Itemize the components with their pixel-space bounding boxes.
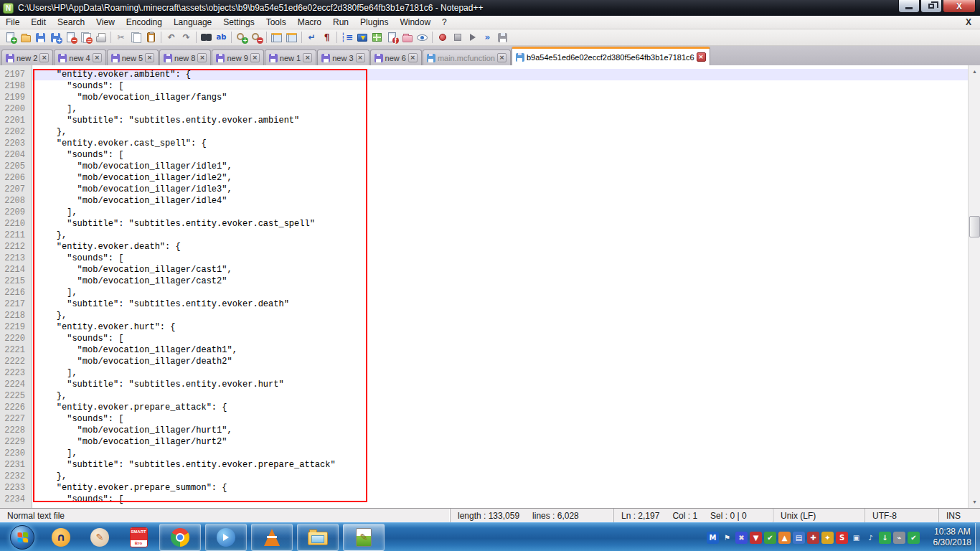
update-ok-tray-icon[interactable]: ✔ bbox=[908, 532, 920, 544]
find-button[interactable] bbox=[199, 30, 214, 44]
close-file-button[interactable]: − bbox=[63, 30, 78, 44]
tab-new-1[interactable]: new 1× bbox=[265, 50, 316, 65]
menu-item-file[interactable]: File bbox=[0, 16, 25, 29]
vlc-taskbar-button[interactable] bbox=[251, 524, 293, 551]
scroll-up-arrow-icon[interactable]: ▲ bbox=[969, 65, 980, 77]
sync-vertical-scrolling-button[interactable] bbox=[269, 30, 284, 44]
playback-macro-button[interactable] bbox=[465, 30, 480, 44]
code-line[interactable]: "subtitle": "subtitles.entity.evoker.amb… bbox=[32, 115, 968, 126]
code-line[interactable]: }, bbox=[32, 471, 968, 482]
code-line[interactable]: "mob/evocation_illager/death2" bbox=[32, 356, 968, 367]
code-line[interactable]: "mob/evocation_illager/idle2", bbox=[32, 172, 968, 184]
restore-button[interactable] bbox=[920, 0, 942, 13]
paste-button[interactable] bbox=[143, 30, 159, 44]
code-line[interactable]: }, bbox=[32, 126, 968, 138]
network-connection-tray-icon[interactable]: ▣ bbox=[850, 532, 862, 544]
download-manager-tray-icon[interactable]: ↓ bbox=[879, 532, 891, 544]
tab-b9a54e51ed6e02eccf2d380f5e64fb3b1e7181c6[interactable]: b9a54e51ed6e02eccf2d380f5e64fb3b1e7181c6… bbox=[512, 47, 710, 65]
security-shield-tray-icon[interactable]: ▼ bbox=[750, 532, 762, 544]
show-desktop-button[interactable] bbox=[975, 523, 980, 551]
replace-button[interactable]: ab bbox=[214, 30, 229, 44]
tab-close-icon[interactable]: × bbox=[39, 53, 49, 62]
menu-item-language[interactable]: Language bbox=[168, 16, 217, 29]
tab-close-icon[interactable]: × bbox=[408, 53, 418, 62]
smart-bro-modem-tray-icon[interactable]: S bbox=[836, 532, 848, 544]
copy-button[interactable] bbox=[128, 30, 143, 44]
tab-new-3[interactable]: new 3× bbox=[317, 50, 369, 65]
gold-security-tray-icon[interactable]: ✦ bbox=[821, 532, 834, 544]
code-line[interactable]: "subtitle": "subtitles.entity.evoker.pre… bbox=[32, 459, 968, 471]
menu-item-tools[interactable]: Tools bbox=[260, 16, 292, 29]
status-eol-format[interactable]: Unix (LF) bbox=[773, 509, 864, 522]
status-encoding[interactable]: UTF-8 bbox=[864, 509, 938, 522]
function-completion-button[interactable] bbox=[354, 30, 369, 44]
tab-new-4[interactable]: new 4× bbox=[54, 50, 105, 65]
code-line[interactable]: "mob/evocation_illager/idle4" bbox=[32, 195, 968, 207]
code-line[interactable]: "sounds": [ bbox=[32, 149, 968, 161]
run-macro-multiple-times-button[interactable]: » bbox=[480, 30, 495, 44]
volume-tray-icon[interactable]: ♪ bbox=[864, 532, 877, 544]
function-list-button[interactable]: ƒ bbox=[385, 30, 400, 44]
close-document-x-button[interactable]: X bbox=[960, 17, 977, 28]
redo-button[interactable]: ↷ bbox=[179, 30, 194, 44]
code-line[interactable]: "mob/evocation_illager/hurt2" bbox=[32, 436, 968, 448]
close-button[interactable]: X bbox=[943, 0, 976, 13]
zoom-out-button[interactable]: − bbox=[249, 30, 264, 44]
vertical-scrollbar[interactable]: ▲ ▼ bbox=[968, 65, 980, 508]
anti-malware-spider-tray-icon[interactable]: ✖ bbox=[735, 532, 748, 544]
windows-media-player-taskbar-button[interactable] bbox=[205, 524, 247, 551]
menu-item-encoding[interactable]: Encoding bbox=[121, 16, 168, 29]
tab-close-icon[interactable]: × bbox=[697, 52, 706, 62]
zoom-in-button[interactable]: + bbox=[234, 30, 249, 44]
scrollbar-thumb[interactable] bbox=[969, 216, 980, 237]
code-line[interactable]: "entity.evoker.prepare_summon": { bbox=[32, 482, 968, 494]
code-line[interactable]: ], bbox=[32, 448, 968, 459]
code-line[interactable]: "sounds": [ bbox=[32, 494, 968, 505]
audacity-taskbar-button[interactable]: ∩ bbox=[43, 524, 79, 551]
menu-item-settings[interactable]: Settings bbox=[217, 16, 260, 29]
minimize-button[interactable] bbox=[898, 0, 920, 13]
tab-main-mcfunction[interactable]: main.mcfunction× bbox=[423, 50, 511, 65]
start-button[interactable] bbox=[4, 524, 40, 551]
start-recording-button[interactable] bbox=[435, 30, 450, 44]
tab-close-icon[interactable]: × bbox=[197, 53, 207, 62]
tab-new-5[interactable]: new 5× bbox=[107, 50, 159, 65]
sync-horizontal-scrolling-button[interactable] bbox=[284, 30, 299, 44]
code-line[interactable]: }, bbox=[32, 310, 968, 321]
code-line[interactable]: "mob/evocation_illager/death1", bbox=[32, 344, 968, 356]
tab-close-icon[interactable]: × bbox=[250, 53, 260, 62]
device-tool-tray-icon[interactable]: ✚ bbox=[807, 532, 819, 544]
open-folder-button[interactable] bbox=[18, 30, 33, 44]
stop-recording-button[interactable] bbox=[450, 30, 465, 44]
code-line[interactable]: "entity.evoker.prepare_attack": { bbox=[32, 402, 968, 413]
indent-guide-button[interactable]: ┆≡ bbox=[339, 30, 354, 44]
code-line[interactable]: "subtitle": "subtitles.entity.evoker.cas… bbox=[32, 218, 968, 230]
save-all-button[interactable]: + bbox=[48, 30, 63, 44]
menu-item-plugins[interactable]: Plugins bbox=[354, 16, 394, 29]
code-line[interactable]: "mob/evocation_illager/idle3", bbox=[32, 184, 968, 195]
tab-close-icon[interactable]: × bbox=[356, 53, 365, 62]
tab-close-icon[interactable]: × bbox=[93, 53, 102, 62]
menu-item-run[interactable]: Run bbox=[327, 16, 354, 29]
code-line[interactable]: ], bbox=[32, 207, 968, 218]
tab-close-icon[interactable]: × bbox=[303, 53, 312, 62]
code-line[interactable]: "sounds": [ bbox=[32, 253, 968, 264]
usb-safely-remove-tray-icon[interactable]: ✔ bbox=[764, 532, 776, 544]
word-wrap-button[interactable]: ↵ bbox=[304, 30, 319, 44]
document-map-button[interactable] bbox=[369, 30, 385, 44]
code-line[interactable]: "entity.evoker.death": { bbox=[32, 241, 968, 253]
menu-item-view[interactable]: View bbox=[90, 16, 121, 29]
menu-item-search[interactable]: Search bbox=[52, 16, 90, 29]
code-line[interactable]: "entity.evoker.hurt": { bbox=[32, 321, 968, 333]
windows-explorer-taskbar-button[interactable] bbox=[297, 524, 339, 551]
power-plug-tray-icon[interactable]: ⌁ bbox=[893, 532, 905, 544]
code-line[interactable]: "entity.evoker.ambient": { bbox=[32, 69, 968, 80]
paint-taskbar-button[interactable]: ✎ bbox=[82, 524, 118, 551]
code-line[interactable]: }, bbox=[32, 390, 968, 402]
vlc-tray-tray-icon[interactable]: ▲ bbox=[778, 532, 791, 544]
tab-new-8[interactable]: new 8× bbox=[159, 50, 211, 65]
code-line[interactable]: ], bbox=[32, 287, 968, 298]
code-line[interactable]: "mob/evocation_illager/cast1", bbox=[32, 264, 968, 276]
code-line[interactable]: }, bbox=[32, 230, 968, 241]
menu-item-[interactable]: ? bbox=[436, 16, 453, 29]
